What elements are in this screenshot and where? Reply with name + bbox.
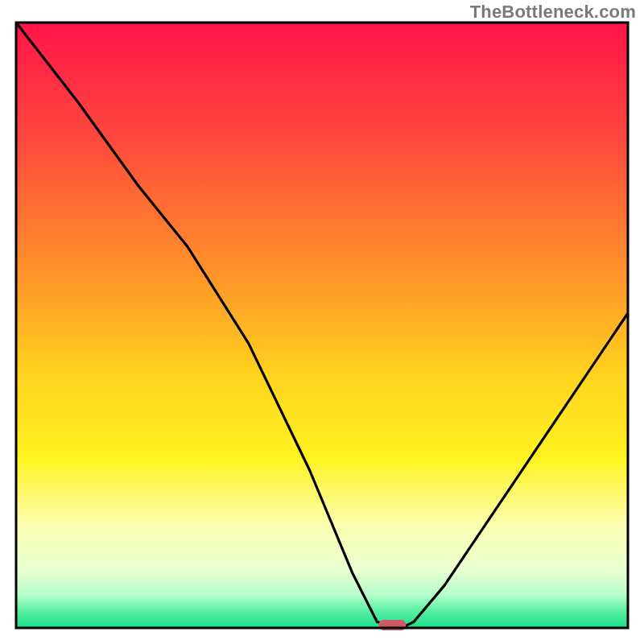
watermark-text: TheBottleneck.com	[470, 2, 636, 23]
bottleneck-chart	[0, 0, 644, 644]
plot-background	[16, 23, 628, 628]
chart-container: { "watermark": "TheBottleneck.com", "cha…	[0, 0, 644, 644]
